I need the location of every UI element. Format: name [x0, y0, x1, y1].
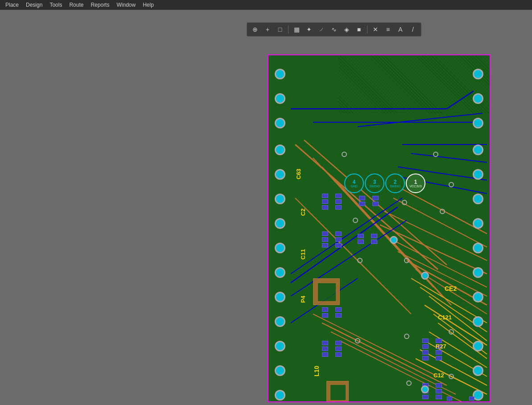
via-left-9	[275, 267, 285, 278]
tool-diff[interactable]: ∿	[329, 24, 339, 35]
toolbar-separator-1	[288, 25, 289, 33]
tool-line[interactable]: /	[408, 24, 418, 35]
svg-point-47	[449, 182, 454, 187]
via-right-13	[473, 365, 483, 376]
via-right-11	[473, 316, 483, 327]
menu-bar: Place Design Tools Route Reports Window …	[0, 0, 532, 10]
copper-pour-2	[326, 381, 349, 402]
via-right-4	[473, 145, 483, 155]
svg-point-44	[402, 200, 407, 205]
via-left-2	[275, 93, 285, 104]
tool-component[interactable]: ■	[354, 24, 364, 35]
tool-add[interactable]: +	[262, 24, 273, 35]
component-ic4	[357, 194, 384, 216]
svg-point-51	[404, 334, 409, 339]
tool-fill[interactable]: ▦	[291, 24, 302, 35]
via-left-12	[275, 341, 285, 351]
silkscreen-c11: C11	[300, 249, 306, 260]
pin-bubble-1[interactable]: 1 VCC3V3	[406, 174, 425, 193]
tool-select[interactable]: ⊕	[250, 24, 260, 35]
svg-point-50	[449, 330, 454, 334]
via-left-13	[275, 365, 285, 376]
svg-point-54	[355, 339, 360, 343]
via-left-10	[275, 292, 285, 302]
via-right-1	[473, 69, 483, 79]
svg-point-42	[342, 152, 346, 157]
hatch-region	[338, 55, 490, 113]
toolbar: ⊕ + □ ▦ ✦ ⟋ ∿ ◈ ■ ✕ ≡ A /	[247, 22, 421, 37]
via-right-3	[473, 118, 483, 128]
component-ic1	[320, 191, 346, 214]
pin-bubble-2[interactable]: 2 SWDIO	[385, 174, 405, 193]
tool-rectangle[interactable]: □	[275, 24, 285, 35]
menu-item-place[interactable]: Place	[2, 1, 22, 9]
via-right-6	[473, 194, 483, 204]
tool-star[interactable]: ✦	[304, 24, 314, 35]
svg-point-48	[358, 258, 362, 263]
pcb-board[interactable]: C63 C2 C11 P4 CE2 C121 R27 C12 L10 4 GND	[268, 54, 491, 402]
svg-line-14	[384, 211, 487, 260]
via-left-11	[275, 316, 285, 327]
component-ic6	[320, 305, 346, 327]
menu-item-tools[interactable]: Tools	[46, 1, 66, 9]
via-right-9	[473, 267, 483, 278]
tool-drc[interactable]: ✕	[370, 24, 381, 35]
component-ic3	[355, 231, 382, 254]
via-right-5	[473, 169, 483, 180]
silkscreen-c12: C12	[433, 372, 444, 379]
silkscreen-ce2: CE2	[445, 285, 457, 292]
pcb-canvas-area[interactable]: C63 C2 C11 P4 CE2 C121 R27 C12 L10 4 GND	[0, 10, 532, 405]
via-inner-3	[421, 385, 429, 393]
svg-line-16	[389, 238, 487, 287]
svg-point-45	[433, 152, 438, 157]
pin-tooltip[interactable]: 4 GND 3 SWDIO 2 SWDIO 1 VCC3V3	[344, 174, 425, 193]
svg-line-20	[291, 198, 402, 274]
via-left-3	[275, 118, 285, 128]
silkscreen-c121: C121	[438, 314, 452, 321]
via-left-6	[275, 194, 285, 204]
via-left-4	[275, 145, 285, 155]
tool-chart[interactable]: ≡	[383, 24, 393, 35]
pin-bubble-3[interactable]: 3 SWDIO	[365, 174, 384, 193]
tool-via[interactable]: ◈	[341, 24, 352, 35]
tool-route[interactable]: ⟋	[316, 24, 327, 35]
via-left-8	[275, 243, 285, 253]
menu-item-design[interactable]: Design	[22, 1, 46, 9]
svg-line-15	[380, 225, 487, 274]
svg-line-3	[358, 113, 483, 127]
silkscreen-c63: C63	[295, 169, 302, 179]
via-right-8	[473, 243, 483, 253]
copper-pour-1	[313, 278, 340, 305]
svg-line-22	[291, 220, 407, 296]
via-inner-2	[421, 272, 429, 280]
component-ic2	[320, 229, 346, 252]
menu-item-reports[interactable]: Reports	[87, 1, 113, 9]
svg-point-46	[440, 209, 445, 214]
tool-text[interactable]: A	[395, 24, 406, 35]
component-ic7	[420, 336, 447, 363]
svg-point-43	[353, 218, 358, 223]
via-right-2	[473, 93, 483, 104]
via-right-10	[473, 292, 483, 302]
silkscreen-l10: L10	[313, 366, 320, 376]
via-right-12	[473, 341, 483, 351]
silkscreen-p4: P4	[300, 296, 306, 303]
svg-point-53	[407, 381, 411, 385]
via-left-1	[275, 69, 285, 79]
component-ic9	[447, 397, 478, 402]
svg-line-10	[295, 198, 402, 305]
via-left-14	[275, 390, 285, 401]
component-ic5	[320, 339, 346, 361]
via-right-7	[473, 218, 483, 229]
toolbar-separator-2	[367, 25, 367, 33]
svg-point-49	[404, 258, 409, 263]
menu-item-window[interactable]: Window	[113, 1, 139, 9]
via-left-7	[275, 218, 285, 229]
svg-point-52	[449, 374, 454, 379]
menu-item-help[interactable]: Help	[139, 1, 157, 9]
via-inner-1	[390, 236, 398, 244]
silkscreen-c2: C2	[300, 208, 306, 216]
pin-bubble-4[interactable]: 4 GND	[344, 174, 364, 193]
menu-item-route[interactable]: Route	[66, 1, 87, 9]
via-left-5	[275, 169, 285, 180]
